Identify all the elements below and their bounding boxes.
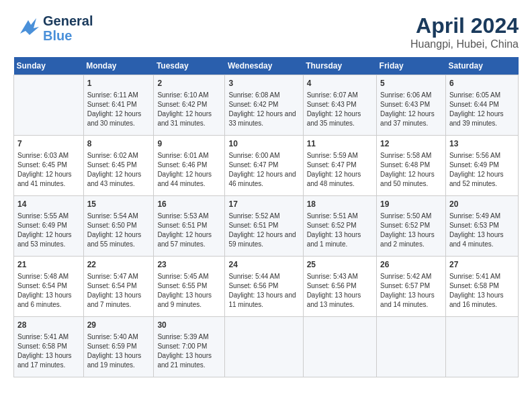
weekday-header: Tuesday (154, 57, 225, 75)
day-number: 17 (228, 199, 299, 210)
calendar-day-cell: 5Sunrise: 6:06 AMSunset: 6:43 PMDaylight… (377, 75, 446, 136)
main-title: April 2024 (410, 13, 519, 38)
day-number: 18 (307, 199, 373, 210)
logo-general: General (43, 13, 93, 28)
day-number: 11 (307, 138, 373, 150)
weekday-header: Monday (83, 57, 154, 75)
day-info: Sunrise: 5:42 AMSunset: 6:57 PMDaylight:… (380, 272, 442, 310)
weekday-header: Thursday (303, 57, 376, 75)
day-info: Sunrise: 6:06 AMSunset: 6:43 PMDaylight:… (380, 91, 442, 128)
day-number: 20 (449, 199, 515, 210)
title-area: April 2024 Huangpi, Hubei, China (410, 13, 519, 50)
day-number: 13 (449, 138, 515, 150)
day-number: 8 (87, 138, 150, 150)
day-info: Sunrise: 5:48 AMSunset: 6:54 PMDaylight:… (17, 272, 80, 310)
calendar-day-cell: 27Sunrise: 5:41 AMSunset: 6:58 PMDayligh… (445, 257, 518, 317)
subtitle: Huangpi, Hubei, China (410, 38, 519, 50)
calendar-day-cell (303, 317, 376, 377)
calendar-day-cell: 19Sunrise: 5:50 AMSunset: 6:52 PMDayligh… (377, 196, 446, 257)
calendar-day-cell: 16Sunrise: 5:53 AMSunset: 6:51 PMDayligh… (154, 196, 225, 257)
calendar-day-cell: 11Sunrise: 5:59 AMSunset: 6:47 PMDayligh… (303, 136, 376, 196)
day-info: Sunrise: 5:54 AMSunset: 6:50 PMDaylight:… (87, 212, 150, 249)
calendar-day-cell: 1Sunrise: 6:11 AMSunset: 6:41 PMDaylight… (83, 75, 154, 136)
day-info: Sunrise: 5:49 AMSunset: 6:53 PMDaylight:… (449, 212, 515, 249)
calendar-week-row: 28Sunrise: 5:41 AMSunset: 6:58 PMDayligh… (14, 317, 519, 377)
calendar-day-cell: 25Sunrise: 5:43 AMSunset: 6:56 PMDayligh… (303, 257, 376, 317)
day-number: 21 (17, 259, 80, 271)
calendar-day-cell: 9Sunrise: 6:01 AMSunset: 6:46 PMDaylight… (154, 136, 225, 196)
weekday-header: Wednesday (225, 57, 303, 75)
calendar-day-cell: 12Sunrise: 5:58 AMSunset: 6:48 PMDayligh… (377, 136, 446, 196)
day-info: Sunrise: 5:52 AMSunset: 6:51 PMDaylight:… (228, 212, 299, 249)
calendar-day-cell (445, 317, 518, 377)
day-info: Sunrise: 6:05 AMSunset: 6:44 PMDaylight:… (449, 91, 515, 128)
day-number: 7 (17, 138, 80, 150)
calendar-day-cell: 26Sunrise: 5:42 AMSunset: 6:57 PMDayligh… (377, 257, 446, 317)
calendar-week-row: 21Sunrise: 5:48 AMSunset: 6:54 PMDayligh… (14, 257, 519, 317)
day-number: 27 (449, 259, 515, 271)
weekday-header: Saturday (445, 57, 518, 75)
day-number: 26 (380, 259, 442, 271)
day-number: 14 (17, 199, 80, 210)
day-number: 9 (157, 138, 221, 150)
day-number: 2 (157, 78, 221, 89)
day-info: Sunrise: 5:45 AMSunset: 6:55 PMDaylight:… (157, 272, 221, 310)
calendar-day-cell: 13Sunrise: 5:56 AMSunset: 6:49 PMDayligh… (445, 136, 518, 196)
day-info: Sunrise: 5:59 AMSunset: 6:47 PMDaylight:… (307, 151, 373, 189)
calendar-day-cell: 3Sunrise: 6:08 AMSunset: 6:42 PMDaylight… (225, 75, 303, 136)
day-number: 30 (157, 320, 221, 331)
day-info: Sunrise: 6:00 AMSunset: 6:47 PMDaylight:… (228, 151, 299, 189)
day-info: Sunrise: 5:47 AMSunset: 6:54 PMDaylight:… (87, 272, 150, 310)
calendar-day-cell: 28Sunrise: 5:41 AMSunset: 6:58 PMDayligh… (14, 317, 84, 377)
day-number: 25 (307, 259, 373, 271)
day-number: 22 (87, 259, 150, 271)
day-number: 6 (449, 78, 515, 89)
day-info: Sunrise: 5:41 AMSunset: 6:58 PMDaylight:… (17, 332, 80, 370)
calendar-week-row: 7Sunrise: 6:03 AMSunset: 6:45 PMDaylight… (14, 136, 519, 196)
day-info: Sunrise: 6:03 AMSunset: 6:45 PMDaylight:… (17, 151, 80, 189)
logo-icon (13, 15, 40, 42)
day-number: 15 (87, 199, 150, 210)
day-info: Sunrise: 6:02 AMSunset: 6:45 PMDaylight:… (87, 151, 150, 189)
calendar-day-cell (14, 75, 84, 136)
calendar-day-cell: 7Sunrise: 6:03 AMSunset: 6:45 PMDaylight… (14, 136, 84, 196)
day-info: Sunrise: 5:41 AMSunset: 6:58 PMDaylight:… (449, 272, 515, 310)
day-info: Sunrise: 5:50 AMSunset: 6:52 PMDaylight:… (380, 212, 442, 249)
logo-blue: Blue (43, 28, 72, 43)
calendar-week-row: 1Sunrise: 6:11 AMSunset: 6:41 PMDaylight… (14, 75, 519, 136)
calendar-day-cell: 10Sunrise: 6:00 AMSunset: 6:47 PMDayligh… (225, 136, 303, 196)
weekday-header-row: SundayMondayTuesdayWednesdayThursdayFrid… (14, 57, 519, 75)
day-number: 28 (17, 320, 80, 331)
logo-text-area: General Blue (43, 13, 93, 43)
day-info: Sunrise: 5:51 AMSunset: 6:52 PMDaylight:… (307, 212, 373, 249)
day-number: 24 (228, 259, 299, 271)
day-number: 10 (228, 138, 299, 150)
calendar-day-cell: 6Sunrise: 6:05 AMSunset: 6:44 PMDaylight… (445, 75, 518, 136)
day-number: 16 (157, 199, 221, 210)
svg-marker-0 (20, 18, 39, 35)
day-info: Sunrise: 5:56 AMSunset: 6:49 PMDaylight:… (449, 151, 515, 189)
day-number: 19 (380, 199, 442, 210)
day-number: 29 (87, 320, 150, 331)
calendar-day-cell: 22Sunrise: 5:47 AMSunset: 6:54 PMDayligh… (83, 257, 154, 317)
calendar-day-cell: 24Sunrise: 5:44 AMSunset: 6:56 PMDayligh… (225, 257, 303, 317)
header: General Blue April 2024 Huangpi, Hubei, … (13, 13, 519, 50)
day-info: Sunrise: 5:43 AMSunset: 6:56 PMDaylight:… (307, 272, 373, 310)
calendar-day-cell: 29Sunrise: 5:40 AMSunset: 6:59 PMDayligh… (83, 317, 154, 377)
day-number: 3 (228, 78, 299, 89)
calendar-day-cell (225, 317, 303, 377)
calendar-day-cell: 23Sunrise: 5:45 AMSunset: 6:55 PMDayligh… (154, 257, 225, 317)
day-info: Sunrise: 6:08 AMSunset: 6:42 PMDaylight:… (228, 91, 299, 128)
day-info: Sunrise: 6:07 AMSunset: 6:43 PMDaylight:… (307, 91, 373, 128)
calendar-day-cell: 30Sunrise: 5:39 AMSunset: 7:00 PMDayligh… (154, 317, 225, 377)
day-info: Sunrise: 5:55 AMSunset: 6:49 PMDaylight:… (17, 212, 80, 249)
weekday-header: Friday (377, 57, 446, 75)
calendar-day-cell: 17Sunrise: 5:52 AMSunset: 6:51 PMDayligh… (225, 196, 303, 257)
day-info: Sunrise: 6:10 AMSunset: 6:42 PMDaylight:… (157, 91, 221, 128)
calendar-day-cell: 4Sunrise: 6:07 AMSunset: 6:43 PMDaylight… (303, 75, 376, 136)
calendar-day-cell: 8Sunrise: 6:02 AMSunset: 6:45 PMDaylight… (83, 136, 154, 196)
day-info: Sunrise: 6:01 AMSunset: 6:46 PMDaylight:… (157, 151, 221, 189)
day-number: 12 (380, 138, 442, 150)
calendar-day-cell: 15Sunrise: 5:54 AMSunset: 6:50 PMDayligh… (83, 196, 154, 257)
calendar-day-cell (377, 317, 446, 377)
